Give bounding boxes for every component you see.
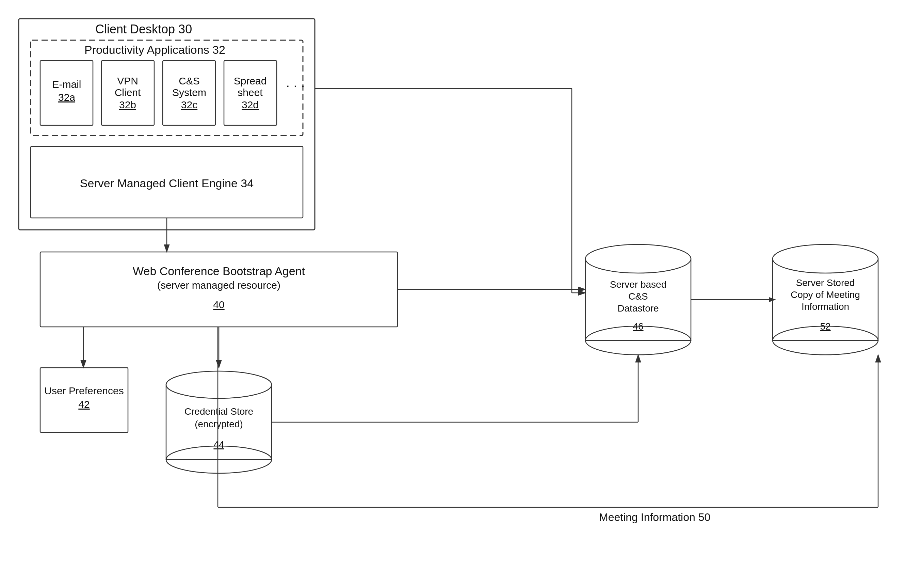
csds-top bbox=[586, 244, 691, 273]
user-prefs-label: User Preferences bbox=[44, 385, 124, 396]
cs-label1: C&S bbox=[179, 75, 200, 86]
meeting-info-bottom-label: Meeting Information 50 bbox=[599, 511, 710, 523]
csds-label3: Datastore bbox=[617, 303, 659, 314]
wcba-label1: Web Conference Bootstrap Agent bbox=[133, 265, 305, 277]
spreadsheet-ref: 32d bbox=[242, 99, 259, 110]
vpn-label2: Client bbox=[115, 87, 141, 98]
cred-store-label2: (encrypted) bbox=[195, 419, 243, 429]
meeting-info-label3: Information bbox=[802, 301, 849, 312]
cred-store-ref: 44 bbox=[213, 439, 224, 450]
email-label: E-mail bbox=[52, 79, 81, 90]
spreadsheet-label1: Spread bbox=[234, 75, 267, 86]
smce-label: Server Managed Client Engine 34 bbox=[80, 177, 254, 190]
dots: · · · bbox=[286, 78, 305, 93]
cred-store-top bbox=[166, 371, 272, 398]
cs-label2: System bbox=[172, 87, 206, 98]
spreadsheet-label2: sheet bbox=[238, 87, 263, 98]
diagram-container: Client Desktop 30 Productivity Applicati… bbox=[0, 0, 921, 588]
meeting-info-label2: Copy of Meeting bbox=[791, 289, 860, 300]
user-prefs-ref: 42 bbox=[78, 399, 89, 410]
email-ref: 32a bbox=[58, 91, 75, 103]
meeting-info-top bbox=[773, 244, 878, 273]
cred-store-label1: Credential Store bbox=[184, 406, 253, 417]
csds-ref: 46 bbox=[633, 321, 643, 332]
client-desktop-label: Client Desktop 30 bbox=[95, 22, 192, 36]
csds-label1: Server based bbox=[610, 279, 667, 290]
vpn-label1: VPN bbox=[117, 75, 138, 86]
meeting-info-ref: 52 bbox=[820, 321, 830, 332]
wcba-ref: 40 bbox=[213, 299, 224, 310]
wcba-label2: (server managed resource) bbox=[157, 280, 280, 291]
cs-ref: 32c bbox=[181, 99, 197, 110]
meeting-info-label1: Server Stored bbox=[796, 277, 855, 288]
csds-label2: C&S bbox=[628, 291, 648, 302]
productivity-apps-label: Productivity Applications 32 bbox=[85, 43, 225, 56]
vpn-ref: 32b bbox=[119, 99, 136, 110]
